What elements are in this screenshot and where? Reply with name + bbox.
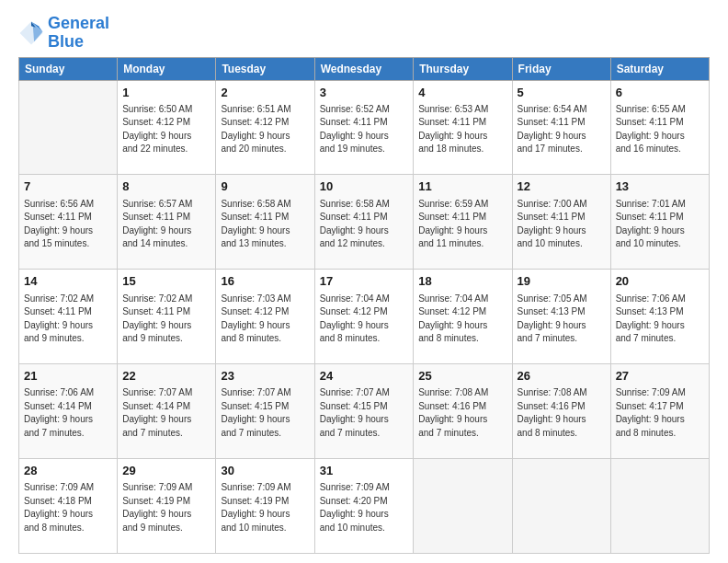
day-info: Sunrise: 7:09 AM Sunset: 4:20 PM Dayligh… <box>320 481 409 534</box>
calendar-cell: 30Sunrise: 7:09 AM Sunset: 4:19 PM Dayli… <box>216 459 314 554</box>
day-info: Sunrise: 7:05 AM Sunset: 4:13 PM Dayligh… <box>518 293 606 346</box>
week-row-3: 14Sunrise: 7:02 AM Sunset: 4:11 PM Dayli… <box>19 270 710 364</box>
day-info: Sunrise: 6:52 AM Sunset: 4:11 PM Dayligh… <box>320 103 409 156</box>
calendar-cell: 4Sunrise: 6:53 AM Sunset: 4:11 PM Daylig… <box>414 80 512 175</box>
day-number: 2 <box>221 85 309 101</box>
calendar-cell: 17Sunrise: 7:04 AM Sunset: 4:12 PM Dayli… <box>314 270 414 364</box>
day-info: Sunrise: 7:06 AM Sunset: 4:14 PM Dayligh… <box>24 386 112 440</box>
day-info: Sunrise: 6:57 AM Sunset: 4:11 PM Dayligh… <box>122 198 210 251</box>
day-number: 21 <box>24 368 112 385</box>
day-info: Sunrise: 6:59 AM Sunset: 4:11 PM Dayligh… <box>418 198 506 251</box>
day-number: 25 <box>418 368 506 385</box>
calendar-cell: 3Sunrise: 6:52 AM Sunset: 4:11 PM Daylig… <box>314 80 414 175</box>
header: General Blue <box>18 15 710 52</box>
day-info: Sunrise: 6:58 AM Sunset: 4:11 PM Dayligh… <box>320 198 409 251</box>
calendar-cell: 25Sunrise: 7:08 AM Sunset: 4:16 PM Dayli… <box>414 364 512 459</box>
calendar-cell: 29Sunrise: 7:09 AM Sunset: 4:19 PM Dayli… <box>118 459 216 554</box>
day-number: 11 <box>418 178 506 195</box>
day-info: Sunrise: 7:09 AM Sunset: 4:19 PM Dayligh… <box>221 481 309 534</box>
day-number: 20 <box>616 273 704 290</box>
day-info: Sunrise: 7:02 AM Sunset: 4:11 PM Dayligh… <box>24 293 112 346</box>
logo: General Blue <box>18 15 109 52</box>
day-number: 27 <box>616 368 704 385</box>
calendar-cell: 2Sunrise: 6:51 AM Sunset: 4:12 PM Daylig… <box>216 80 314 175</box>
day-number: 4 <box>418 85 506 101</box>
day-info: Sunrise: 6:58 AM Sunset: 4:11 PM Dayligh… <box>221 198 309 251</box>
day-number: 12 <box>518 178 606 195</box>
day-info: Sunrise: 6:53 AM Sunset: 4:11 PM Dayligh… <box>418 103 506 156</box>
day-number: 7 <box>24 178 112 195</box>
calendar-cell <box>19 80 118 175</box>
logo-text: General Blue <box>48 15 109 52</box>
day-info: Sunrise: 7:07 AM Sunset: 4:14 PM Dayligh… <box>122 386 210 440</box>
day-info: Sunrise: 7:04 AM Sunset: 4:12 PM Dayligh… <box>320 293 409 346</box>
calendar-cell: 7Sunrise: 6:56 AM Sunset: 4:11 PM Daylig… <box>19 175 118 270</box>
page: General Blue SundayMondayTuesdayWednesda… <box>0 0 728 563</box>
weekday-header-saturday: Saturday <box>610 57 709 80</box>
day-info: Sunrise: 7:09 AM Sunset: 4:19 PM Dayligh… <box>122 481 210 534</box>
calendar-cell: 9Sunrise: 6:58 AM Sunset: 4:11 PM Daylig… <box>216 175 314 270</box>
day-info: Sunrise: 7:09 AM Sunset: 4:18 PM Dayligh… <box>24 481 112 534</box>
day-number: 24 <box>320 368 409 385</box>
calendar-cell: 15Sunrise: 7:02 AM Sunset: 4:11 PM Dayli… <box>118 270 216 364</box>
calendar-cell: 5Sunrise: 6:54 AM Sunset: 4:11 PM Daylig… <box>512 80 610 175</box>
calendar-cell: 26Sunrise: 7:08 AM Sunset: 4:16 PM Dayli… <box>512 364 610 459</box>
calendar-cell: 19Sunrise: 7:05 AM Sunset: 4:13 PM Dayli… <box>512 270 610 364</box>
calendar-cell <box>414 459 512 554</box>
day-number: 15 <box>122 273 210 290</box>
day-info: Sunrise: 7:08 AM Sunset: 4:16 PM Dayligh… <box>418 386 506 440</box>
day-number: 9 <box>221 178 309 195</box>
calendar-cell: 11Sunrise: 6:59 AM Sunset: 4:11 PM Dayli… <box>414 175 512 270</box>
day-info: Sunrise: 7:00 AM Sunset: 4:11 PM Dayligh… <box>518 198 606 251</box>
calendar-cell: 31Sunrise: 7:09 AM Sunset: 4:20 PM Dayli… <box>314 459 414 554</box>
weekday-header-thursday: Thursday <box>414 57 512 80</box>
weekday-header-tuesday: Tuesday <box>216 57 314 80</box>
day-number: 17 <box>320 273 409 290</box>
day-info: Sunrise: 6:54 AM Sunset: 4:11 PM Dayligh… <box>518 103 606 156</box>
calendar-table: SundayMondayTuesdayWednesdayThursdayFrid… <box>18 57 710 554</box>
day-number: 8 <box>122 178 210 195</box>
calendar-cell: 8Sunrise: 6:57 AM Sunset: 4:11 PM Daylig… <box>118 175 216 270</box>
day-info: Sunrise: 7:02 AM Sunset: 4:11 PM Dayligh… <box>122 293 210 346</box>
day-number: 22 <box>122 368 210 385</box>
day-number: 14 <box>24 273 112 290</box>
day-info: Sunrise: 7:07 AM Sunset: 4:15 PM Dayligh… <box>221 386 309 440</box>
calendar-cell: 20Sunrise: 7:06 AM Sunset: 4:13 PM Dayli… <box>610 270 709 364</box>
day-info: Sunrise: 6:56 AM Sunset: 4:11 PM Dayligh… <box>24 198 112 251</box>
day-number: 16 <box>221 273 309 290</box>
day-number: 5 <box>518 85 606 101</box>
day-info: Sunrise: 6:50 AM Sunset: 4:12 PM Dayligh… <box>122 103 210 156</box>
day-number: 1 <box>122 85 210 101</box>
weekday-header-friday: Friday <box>512 57 610 80</box>
day-number: 31 <box>320 463 409 479</box>
day-number: 13 <box>616 178 704 195</box>
day-number: 18 <box>418 273 506 290</box>
calendar-cell: 14Sunrise: 7:02 AM Sunset: 4:11 PM Dayli… <box>19 270 118 364</box>
day-info: Sunrise: 7:06 AM Sunset: 4:13 PM Dayligh… <box>616 293 704 346</box>
calendar-cell: 28Sunrise: 7:09 AM Sunset: 4:18 PM Dayli… <box>19 459 118 554</box>
day-number: 28 <box>24 463 112 479</box>
week-row-2: 7Sunrise: 6:56 AM Sunset: 4:11 PM Daylig… <box>19 175 710 270</box>
day-number: 3 <box>320 85 409 101</box>
day-number: 30 <box>221 463 309 479</box>
calendar-cell: 27Sunrise: 7:09 AM Sunset: 4:17 PM Dayli… <box>610 364 709 459</box>
calendar-cell: 21Sunrise: 7:06 AM Sunset: 4:14 PM Dayli… <box>19 364 118 459</box>
calendar-cell: 12Sunrise: 7:00 AM Sunset: 4:11 PM Dayli… <box>512 175 610 270</box>
day-number: 19 <box>518 273 606 290</box>
day-info: Sunrise: 7:03 AM Sunset: 4:12 PM Dayligh… <box>221 293 309 346</box>
day-info: Sunrise: 7:07 AM Sunset: 4:15 PM Dayligh… <box>320 386 409 440</box>
day-info: Sunrise: 7:09 AM Sunset: 4:17 PM Dayligh… <box>616 386 704 440</box>
day-number: 10 <box>320 178 409 195</box>
weekday-header-monday: Monday <box>118 57 216 80</box>
weekday-header-sunday: Sunday <box>19 57 118 80</box>
calendar-cell: 22Sunrise: 7:07 AM Sunset: 4:14 PM Dayli… <box>118 364 216 459</box>
calendar-cell <box>610 459 709 554</box>
day-info: Sunrise: 6:55 AM Sunset: 4:11 PM Dayligh… <box>616 103 704 156</box>
calendar-cell: 16Sunrise: 7:03 AM Sunset: 4:12 PM Dayli… <box>216 270 314 364</box>
day-info: Sunrise: 6:51 AM Sunset: 4:12 PM Dayligh… <box>221 103 309 156</box>
calendar-cell: 24Sunrise: 7:07 AM Sunset: 4:15 PM Dayli… <box>314 364 414 459</box>
week-row-4: 21Sunrise: 7:06 AM Sunset: 4:14 PM Dayli… <box>19 364 710 459</box>
day-info: Sunrise: 7:01 AM Sunset: 4:11 PM Dayligh… <box>616 198 704 251</box>
week-row-1: 1Sunrise: 6:50 AM Sunset: 4:12 PM Daylig… <box>19 80 710 175</box>
calendar-cell: 23Sunrise: 7:07 AM Sunset: 4:15 PM Dayli… <box>216 364 314 459</box>
